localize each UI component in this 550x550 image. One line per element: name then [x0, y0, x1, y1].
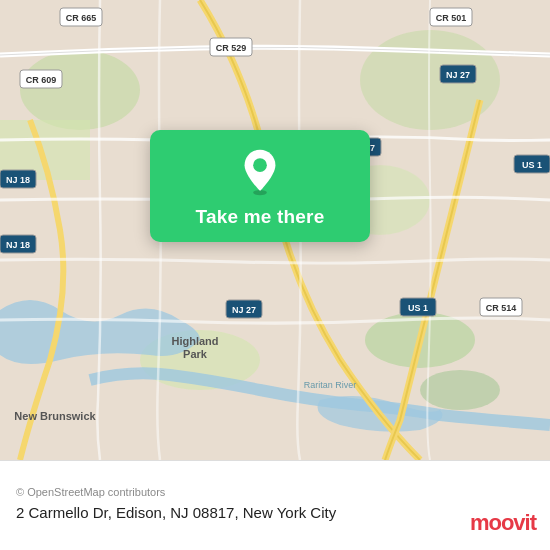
- svg-text:CR 529: CR 529: [216, 43, 247, 53]
- svg-text:US 1: US 1: [522, 160, 542, 170]
- svg-point-7: [420, 370, 500, 410]
- bottom-bar: © OpenStreetMap contributors 2 Carmello …: [0, 460, 550, 550]
- svg-text:Highland: Highland: [171, 335, 218, 347]
- svg-text:Park: Park: [183, 348, 208, 360]
- take-me-there-label: Take me there: [196, 206, 325, 228]
- address-line: 2 Carmello Dr, Edison, NJ 08817, New Yor…: [16, 504, 336, 521]
- osm-credit: © OpenStreetMap contributors: [16, 486, 165, 498]
- svg-text:CR 501: CR 501: [436, 13, 467, 23]
- svg-text:CR 609: CR 609: [26, 75, 57, 85]
- take-me-there-card[interactable]: Take me there: [150, 130, 370, 242]
- svg-text:NJ 27: NJ 27: [232, 305, 256, 315]
- svg-text:NJ 27: NJ 27: [446, 70, 470, 80]
- moovit-logo: moovit: [470, 510, 536, 536]
- svg-point-1: [20, 50, 140, 130]
- svg-point-37: [253, 158, 267, 172]
- svg-text:NJ 18: NJ 18: [6, 240, 30, 250]
- map-container: CR 665 CR 501 CR 529 CR 609 NJ 18 NJ 18 …: [0, 0, 550, 460]
- svg-text:Raritan River: Raritan River: [304, 380, 357, 390]
- moovit-logo-row: moovit: [470, 510, 536, 536]
- svg-text:CR 514: CR 514: [486, 303, 517, 313]
- svg-text:NJ 18: NJ 18: [6, 175, 30, 185]
- svg-text:US 1: US 1: [408, 303, 428, 313]
- svg-text:New Brunswick: New Brunswick: [14, 410, 96, 422]
- location-pin-icon: [236, 148, 284, 196]
- svg-text:CR 665: CR 665: [66, 13, 97, 23]
